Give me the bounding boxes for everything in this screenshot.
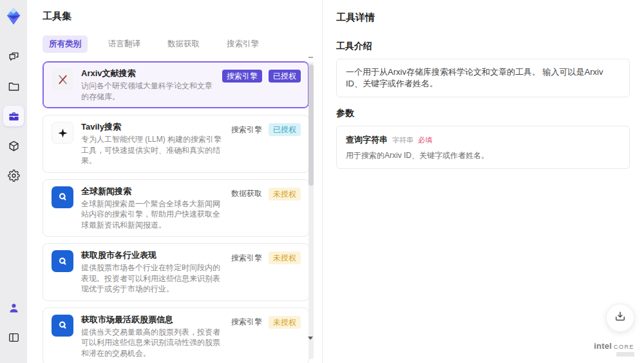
toolbox-icon[interactable] bbox=[3, 106, 24, 126]
qblue-icon bbox=[52, 186, 73, 208]
icon-rail bbox=[0, 0, 27, 363]
detail-title: 工具详情 bbox=[336, 12, 630, 24]
param-card: 查询字符串 字符串 必填 用于搜索的Arxiv ID、关键字或作者姓名。 bbox=[336, 126, 630, 169]
tool-category-label: 搜索引擎 bbox=[231, 317, 262, 328]
tool-name: Arxiv文献搜索 bbox=[81, 68, 214, 79]
qblue-icon bbox=[52, 250, 73, 272]
tab-语言翻译[interactable]: 语言翻译 bbox=[102, 35, 147, 53]
qblue-icon bbox=[52, 315, 73, 337]
cube-icon[interactable] bbox=[3, 135, 24, 156]
tool-auth-badge: 未授权 bbox=[269, 188, 301, 201]
tool-auth-badge: 已授权 bbox=[269, 123, 301, 136]
intro-text: 一个用于从Arxiv存储库搜索科学论文和文章的工具。 输入可以是Arxiv ID… bbox=[336, 59, 630, 97]
tool-detail-panel: 工具详情 工具介绍 一个用于从Arxiv存储库搜索科学论文和文章的工具。 输入可… bbox=[322, 0, 644, 363]
tool-name: 全球新闻搜索 bbox=[81, 186, 223, 197]
app-window: 工具集 所有类别语言翻译数据获取搜索引擎 Arxiv文献搜索访问各个研究领域大量… bbox=[0, 0, 644, 363]
tool-category-label: 搜索引擎 bbox=[231, 124, 262, 135]
panel-icon[interactable] bbox=[3, 327, 24, 348]
page-title: 工具集 bbox=[43, 10, 309, 23]
category-tabs: 所有类别语言翻译数据获取搜索引擎 bbox=[43, 35, 309, 53]
tab-数据获取[interactable]: 数据获取 bbox=[161, 35, 206, 53]
tool-list-item[interactable]: 获取股市各行业表现提供股票市场各个行业在特定时间段内的表现。投资者可以利用这些信… bbox=[43, 243, 309, 301]
tab-搜索引擎[interactable]: 搜索引擎 bbox=[220, 35, 265, 53]
tool-description: 专为人工智能代理 (LLM) 构建的搜索引擎工具，可快速提供实时、准确和真实的结… bbox=[81, 134, 223, 166]
tool-name: 获取股市各行业表现 bbox=[81, 250, 223, 261]
arxiv-icon bbox=[52, 68, 73, 90]
scroll-down-arrow-icon[interactable] bbox=[308, 337, 313, 340]
tool-auth-badge: 未授权 bbox=[269, 251, 301, 264]
tool-list: Arxiv文献搜索访问各个研究领域大量科学论文和文章的存储库。搜索引擎已授权Ta… bbox=[43, 61, 309, 363]
tool-list-item[interactable]: Tavily搜索专为人工智能代理 (LLM) 构建的搜索引擎工具，可快速提供实时… bbox=[43, 115, 309, 173]
app-logo-icon[interactable] bbox=[3, 5, 24, 27]
tavily-icon bbox=[52, 122, 73, 144]
scrollbar-thumb[interactable] bbox=[308, 64, 314, 186]
download-button[interactable] bbox=[606, 304, 634, 332]
chat-icon[interactable] bbox=[3, 46, 24, 67]
tool-category-label: 搜索引擎 bbox=[231, 253, 262, 264]
tool-description: 提供当天交易量最高的股票列表，投资者可以利用这些信息来识别流动性强的股票和潜在的… bbox=[81, 327, 223, 359]
folder-icon[interactable] bbox=[3, 76, 24, 97]
settings-icon[interactable] bbox=[3, 165, 24, 186]
intel-logo-subtext bbox=[616, 352, 634, 357]
tool-auth-badge: 已授权 bbox=[269, 70, 301, 83]
sidebar-nav-top bbox=[3, 46, 24, 195]
tool-name: 获取市场最活跃股票信息 bbox=[81, 314, 223, 326]
params-heading: 参数 bbox=[336, 108, 630, 119]
param-name: 查询字符串 bbox=[346, 134, 388, 146]
download-icon bbox=[614, 310, 627, 326]
tool-list-item[interactable]: Arxiv文献搜索访问各个研究领域大量科学论文和文章的存储库。搜索引擎已授权 bbox=[43, 61, 309, 108]
sidebar-nav-bottom bbox=[3, 297, 24, 357]
intel-core-logo: intelcore bbox=[594, 342, 634, 357]
param-description: 用于搜索的Arxiv ID、关键字或作者姓名。 bbox=[346, 150, 620, 161]
tool-auth-badge: 未授权 bbox=[269, 316, 301, 329]
param-type: 字符串 bbox=[392, 135, 413, 145]
intro-heading: 工具介绍 bbox=[336, 41, 630, 52]
tool-description: 全球新闻搜索是一个聚合全球各大新闻网站内容的搜索引擎，帮助用户快速获取全球最新资… bbox=[81, 199, 223, 231]
scroll-collapse-dash[interactable] bbox=[308, 57, 313, 58]
tool-description: 提供股票市场各个行业在特定时间段内的表现。投资者可以利用这些信息来识别表现优于或… bbox=[81, 262, 223, 295]
tab-所有类别[interactable]: 所有类别 bbox=[43, 35, 88, 53]
tool-category-label: 搜索引擎 bbox=[222, 70, 262, 83]
param-required-badge: 必填 bbox=[418, 135, 432, 145]
user-icon[interactable] bbox=[3, 297, 24, 318]
list-scrollbar[interactable] bbox=[308, 62, 314, 359]
tool-list-panel: 工具集 所有类别语言翻译数据获取搜索引擎 Arxiv文献搜索访问各个研究领域大量… bbox=[27, 0, 322, 363]
tool-category-label: 数据获取 bbox=[231, 188, 262, 199]
tool-list-item[interactable]: 获取市场最活跃股票信息提供当天交易量最高的股票列表，投资者可以利用这些信息来识别… bbox=[43, 308, 309, 363]
tool-list-item[interactable]: 全球新闻搜索全球新闻搜索是一个聚合全球各大新闻网站内容的搜索引擎，帮助用户快速获… bbox=[43, 179, 309, 237]
tool-description: 访问各个研究领域大量科学论文和文章的存储库。 bbox=[81, 81, 214, 102]
tool-name: Tavily搜索 bbox=[81, 121, 223, 133]
